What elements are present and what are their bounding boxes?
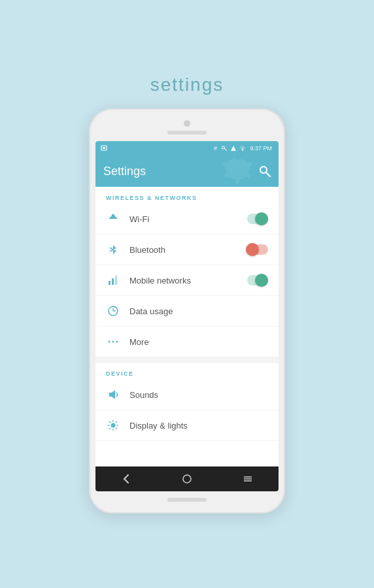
phone-camera [184, 120, 190, 127]
svg-rect-10 [112, 214, 114, 218]
bluetooth-toggle[interactable] [247, 244, 268, 255]
svg-marker-20 [109, 390, 115, 399]
nav-bar [95, 466, 279, 491]
wifi-setting-icon [106, 212, 120, 226]
svg-line-28 [116, 421, 117, 423]
setting-item-more[interactable]: More [95, 327, 279, 357]
back-button[interactable] [113, 466, 139, 491]
search-icon[interactable] [259, 165, 271, 177]
bluetooth-toggle-knob [246, 243, 259, 256]
svg-point-19 [116, 341, 118, 343]
mobile-label: Mobile networks [129, 276, 238, 286]
bluetooth-icon [106, 242, 120, 257]
svg-point-21 [111, 423, 116, 428]
svg-point-6 [243, 150, 244, 152]
display-icon [106, 418, 120, 433]
sounds-icon [106, 387, 120, 402]
status-bar-right: # 9:37 PM [212, 145, 273, 152]
data-icon [106, 304, 120, 318]
home-button[interactable] [174, 466, 200, 491]
svg-point-18 [112, 341, 114, 343]
bluetooth-label: Bluetooth [129, 245, 238, 255]
svg-point-2 [222, 146, 225, 149]
time-display: 9:37 PM [248, 145, 273, 152]
setting-item-data[interactable]: Data usage [95, 296, 279, 327]
key-icon [221, 145, 228, 152]
phone-outer: # 9:37 PM Set [89, 108, 285, 514]
app-bar-title: Settings [103, 165, 146, 178]
more-label: More [129, 337, 268, 347]
settings-content: WIRELESS & NETWORKS Wi-Fi [95, 187, 279, 466]
section-header-device: DEVICE [95, 363, 279, 380]
svg-line-26 [109, 421, 110, 423]
mobile-icon [106, 273, 120, 287]
mobile-toggle-knob [255, 274, 268, 287]
sounds-label: Sounds [129, 390, 268, 400]
phone-screen: # 9:37 PM Set [95, 141, 279, 491]
wifi-label: Wi-Fi [129, 214, 238, 224]
setting-item-mobile[interactable]: Mobile networks [95, 265, 279, 296]
svg-rect-11 [109, 281, 110, 285]
page-title: settings [150, 74, 224, 95]
wifi-toggle[interactable] [247, 214, 268, 224]
more-icon [106, 335, 120, 349]
hash-icon: # [212, 145, 218, 152]
data-label: Data usage [129, 306, 268, 316]
section-device: DEVICE Sounds [95, 363, 279, 441]
screenshot-icon [101, 145, 107, 152]
display-label: Display & lights [129, 421, 268, 431]
svg-line-29 [109, 428, 110, 429]
gear-watermark-icon [222, 156, 255, 186]
section-wireless: WIRELESS & NETWORKS Wi-Fi [95, 187, 279, 357]
svg-line-8 [266, 172, 270, 176]
section-divider [95, 357, 279, 363]
setting-item-display[interactable]: Display & lights [95, 410, 279, 441]
svg-line-4 [226, 150, 226, 150]
svg-rect-1 [103, 147, 105, 149]
svg-point-17 [109, 341, 110, 343]
setting-item-sounds[interactable]: Sounds [95, 380, 279, 410]
svg-marker-5 [231, 146, 236, 151]
setting-item-wifi[interactable]: Wi-Fi [95, 204, 279, 235]
app-bar: Settings [95, 155, 279, 187]
section-header-wireless: WIRELESS & NETWORKS [95, 187, 279, 204]
menu-button[interactable] [235, 466, 261, 491]
svg-line-27 [116, 428, 117, 429]
wifi-icon [239, 145, 246, 152]
signal-icon [230, 145, 237, 152]
status-bar: # 9:37 PM [95, 141, 279, 155]
phone-bottom-bar [167, 498, 207, 502]
status-bar-left [101, 145, 107, 152]
setting-item-bluetooth[interactable]: Bluetooth [95, 235, 279, 265]
mobile-toggle[interactable] [247, 275, 268, 286]
wifi-toggle-knob [255, 212, 268, 225]
svg-rect-13 [115, 276, 117, 285]
svg-point-30 [183, 475, 191, 483]
phone-top-bar [167, 131, 207, 135]
svg-rect-12 [112, 278, 114, 285]
